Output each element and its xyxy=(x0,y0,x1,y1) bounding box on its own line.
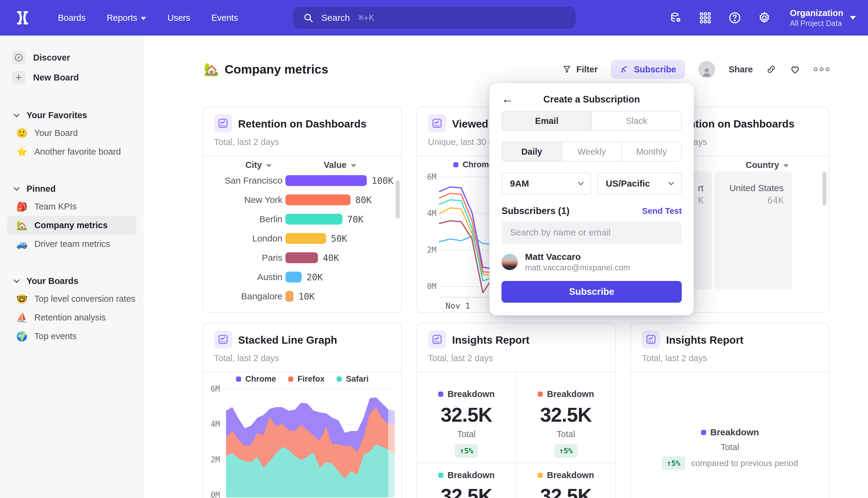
timezone-select[interactable]: US/Pacific xyxy=(597,172,682,195)
scrollbar[interactable] xyxy=(396,181,400,219)
scrollbar[interactable] xyxy=(823,172,826,206)
nav-item-boards[interactable]: Boards xyxy=(58,13,85,23)
legend-item-breakdown[interactable]: Breakdown xyxy=(701,427,759,437)
nav-item-users[interactable]: Users xyxy=(167,13,190,23)
legend-item-breakdown[interactable]: Breakdown xyxy=(538,470,594,480)
legend-item-chrome[interactable]: Chrome xyxy=(236,375,276,384)
search-bar[interactable]: Search ⌘+K xyxy=(293,7,576,29)
sidebar-item-discover[interactable]: Discover xyxy=(12,48,144,67)
board-emoji: 🤓 xyxy=(16,293,29,304)
bar[interactable] xyxy=(285,214,342,225)
sidebar-section-your-favorites[interactable]: Your Favorites xyxy=(14,107,144,123)
legend-swatch xyxy=(538,392,543,397)
more-options-button[interactable] xyxy=(814,67,829,71)
mixpanel-dashboard: BoardsReportsUsersEvents Search ⌘+K xyxy=(0,0,868,498)
sidebar-item-your-board[interactable]: 🙂Your Board xyxy=(7,123,136,142)
mixpanel-logo-icon[interactable] xyxy=(14,9,31,27)
apps-grid-icon[interactable] xyxy=(698,11,712,25)
org-name: Organization xyxy=(790,8,843,18)
subscribe-submit-button[interactable]: Subscribe xyxy=(502,281,682,303)
time-select[interactable]: 9AM xyxy=(502,172,591,195)
sidebar-item-company-metrics[interactable]: 🏡Company metrics xyxy=(7,216,136,235)
bar[interactable] xyxy=(285,175,367,186)
sidebar-section-your-boards[interactable]: Your Boards xyxy=(14,273,144,289)
column-header-value[interactable]: Value xyxy=(324,160,356,170)
funnel-icon xyxy=(562,65,572,74)
svg-text:Nov 1: Nov 1 xyxy=(445,301,470,311)
report-chart-icon xyxy=(428,330,446,349)
retention-row-berlin: Berlin70K xyxy=(203,210,401,229)
subscriber-search-input[interactable] xyxy=(502,221,682,244)
sidebar-item-new-board[interactable]: New Board xyxy=(12,67,144,88)
nav-item-events[interactable]: Events xyxy=(211,13,238,23)
sidebar-item-team-kpis[interactable]: 🎒Team KPIs xyxy=(7,197,136,216)
chevron-down-icon xyxy=(14,185,19,191)
sidebar-section-pinned[interactable]: Pinned xyxy=(14,180,144,197)
delta-badge: ↑5% xyxy=(554,444,577,458)
legend-item-chrome[interactable]: Chrome xyxy=(453,160,493,169)
send-test-link[interactable]: Send Test xyxy=(642,206,682,216)
stacked-area-chart[interactable]: 6M4M2M0M xyxy=(209,383,397,498)
card-title: Insights Report xyxy=(452,334,530,346)
chevron-down-icon xyxy=(668,179,674,185)
legend-swatch xyxy=(337,377,342,382)
svg-text:6M: 6M xyxy=(427,172,437,182)
person-icon xyxy=(701,66,713,78)
user-avatar[interactable] xyxy=(698,61,715,78)
legend-item-breakdown[interactable]: Breakdown xyxy=(438,389,495,399)
insights-quadrant-4: Breakdown32.5KTotal↑5% xyxy=(516,463,615,498)
legend-item-firefox[interactable]: Firefox xyxy=(288,375,324,384)
sidebar-item-label: New Board xyxy=(33,73,79,82)
country-tile-united-states[interactable]: United States 64K xyxy=(714,171,792,289)
metric-value: 32.5K xyxy=(540,484,592,498)
card-subtitle: Total, last 2 days xyxy=(642,353,707,363)
legend-swatch xyxy=(236,377,241,382)
subscribers-label: Subscribers (1) xyxy=(502,206,570,217)
delta-badge: ↑5% xyxy=(455,444,478,458)
filter-button[interactable]: Filter xyxy=(562,65,598,75)
chart-legend: Chrome xyxy=(453,160,493,169)
column-header-city[interactable]: City xyxy=(245,160,271,170)
bar[interactable] xyxy=(285,194,350,205)
channel-tab-slack[interactable]: Slack xyxy=(591,112,681,130)
channel-tab-email[interactable]: Email xyxy=(502,112,591,130)
search-icon xyxy=(303,13,313,23)
frequency-tab-daily[interactable]: Daily xyxy=(502,142,561,161)
share-button[interactable]: Share xyxy=(729,65,753,75)
bar[interactable] xyxy=(285,252,318,263)
card-insights-report-quads: Insights Report Total, last 2 days Break… xyxy=(416,323,616,498)
sidebar-item-retention-analysis[interactable]: ⛵Retention analysis xyxy=(7,308,136,327)
nav-item-reports[interactable]: Reports xyxy=(107,13,146,23)
sidebar-item-driver-team-metrics[interactable]: 🚙Driver team metrics xyxy=(7,235,136,253)
legend-item-safari[interactable]: Safari xyxy=(337,375,369,384)
org-switcher[interactable]: Organization All Project Data xyxy=(790,8,856,28)
frequency-tab-weekly[interactable]: Weekly xyxy=(561,142,622,161)
sidebar-item-another-favorite-board[interactable]: ⭐Another favorite board xyxy=(7,142,136,161)
board-emoji: 🎒 xyxy=(16,201,29,212)
subscriber-row[interactable]: Matt Vaccaro matt.vaccaro@mixpanel.com xyxy=(502,251,630,273)
sort-caret-icon xyxy=(266,164,271,167)
sidebar-item-top-events[interactable]: 🌍Top events xyxy=(7,327,136,345)
help-icon[interactable] xyxy=(728,11,742,25)
sidebar-item-top-level-conversion-rates[interactable]: 🤓Top level conversion rates xyxy=(7,289,136,308)
bar[interactable] xyxy=(285,233,326,244)
favorite-button[interactable] xyxy=(790,64,801,75)
copy-link-button[interactable] xyxy=(766,64,776,75)
insights-quadrants: Breakdown32.5KTotal↑5%Breakdown32.5KTota… xyxy=(417,372,615,498)
bar[interactable] xyxy=(285,272,302,283)
svg-text:2M: 2M xyxy=(427,245,437,254)
card-title: Retention on Dashboards xyxy=(238,118,366,130)
settings-gear-icon[interactable] xyxy=(757,11,771,25)
page-title: 🏡 Company metrics xyxy=(204,62,328,77)
legend-item-breakdown[interactable]: Breakdown xyxy=(438,470,495,480)
bar[interactable] xyxy=(285,291,294,302)
data-gear-icon[interactable] xyxy=(669,11,683,25)
legend-item-breakdown[interactable]: Breakdown xyxy=(538,389,594,399)
nav-menu: BoardsReportsUsersEvents xyxy=(58,13,238,23)
report-chart-icon xyxy=(214,330,232,349)
column-header-country[interactable]: Country xyxy=(746,160,789,170)
sidebar: Discover New Board Your Favorites🙂Your B… xyxy=(0,36,144,498)
subscribe-button[interactable]: Subscribe xyxy=(611,60,685,79)
card-subtitle: Total, last 2 days xyxy=(214,137,279,147)
frequency-tab-monthly[interactable]: Monthly xyxy=(621,142,681,161)
